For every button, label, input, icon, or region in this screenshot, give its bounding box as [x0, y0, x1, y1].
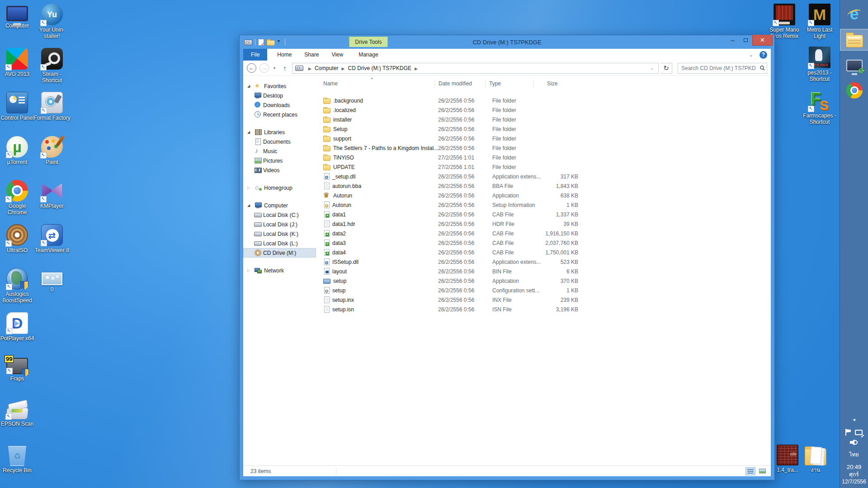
file-row-setup-inx[interactable]: setup.inx26/2/2556 0:56INX File239 KB [316, 295, 771, 305]
maximize-button[interactable] [739, 35, 752, 46]
file-row-tinyiso[interactable]: TiNYiSO27/2/2556 1:01File folder [316, 153, 771, 162]
sidebar-item-downloads[interactable]: Downloads [243, 100, 316, 110]
sidebar-item-documents[interactable]: Documents [243, 137, 316, 146]
file-row-data1-hdr[interactable]: data1.hdr26/2/2556 0:56HDR File39 KB [316, 219, 771, 229]
file-row-data1[interactable]: data126/2/2556 0:56CAB File1,337 KB [316, 210, 771, 219]
sidebar-item-local-disk-k[interactable]: Local Disk (K:) [243, 229, 316, 239]
tab-manage[interactable]: Manage [352, 49, 384, 61]
file-row-localized[interactable]: .localized26/2/2556 0:56File folder [316, 105, 771, 115]
file-row-data2[interactable]: data226/2/2556 0:56CAB File1,916,150 KB [316, 229, 771, 238]
desktop-icon-avg-2013[interactable]: AVG 2013 [0, 48, 36, 77]
up-button[interactable]: ↑ [279, 63, 290, 74]
help-button[interactable]: ? [760, 51, 767, 59]
desktop-icon-paint[interactable]: Paint [33, 136, 71, 165]
desktop-icon-pes2013-shortcut[interactable]: pes2013 - Shortcut [801, 47, 839, 82]
close-button[interactable]: ✕ [752, 35, 773, 46]
desktop-icon-farmscapes-shortcut[interactable]: Farmscapes - Shortcut [801, 89, 839, 125]
file-row-data3[interactable]: data326/2/2556 0:56CAB File2,037,760 KB [316, 238, 771, 248]
file-row-layout[interactable]: layout26/2/2556 0:56BIN File6 KB [316, 267, 771, 276]
tray-clock[interactable]: 20:49 ศุกร์ 12/7/2556 [842, 463, 866, 485]
file-row-update[interactable]: UPDATE27/2/2556 1:01File folder [316, 162, 771, 172]
file-row-autorun[interactable]: Autorun26/2/2556 0:56Application638 KB [316, 191, 771, 200]
desktop-icon-control-panel[interactable]: Control Panel [0, 92, 36, 121]
desktop-icon-steam-shortcut[interactable]: Steam - Shortcut [33, 48, 71, 84]
file-row-installer[interactable]: installer26/2/2556 0:56File folder [316, 115, 771, 124]
thumbnails-view-button[interactable] [757, 467, 767, 475]
tab-view[interactable]: View [325, 49, 349, 61]
desktop-icon-0[interactable]: 0 [33, 268, 71, 293]
desktop-icon-epson-scan[interactable]: EPSON Scan [0, 400, 36, 427]
sidebar-item-local-disk-j[interactable]: Local Disk (J:) [243, 220, 316, 229]
expander-collapsed-icon[interactable]: ▷ [247, 186, 250, 190]
qat-customize-dropdown-icon[interactable] [278, 38, 282, 46]
desktop-icon-format-factory[interactable]: Format Factory [33, 92, 71, 121]
file-row-data4[interactable]: data426/2/2556 0:56CAB File1,750,001 KB [316, 248, 771, 257]
sidebar-item-computer[interactable]: ◢Computer [243, 201, 316, 210]
taskbar-button-file-explorer[interactable] [840, 29, 868, 51]
sidebar-item-music[interactable]: Music [243, 146, 316, 156]
expander-expanded-icon[interactable]: ◢ [247, 203, 250, 207]
address-dropdown-icon[interactable]: ⌄ [647, 66, 656, 70]
desktop-icon-teamviewer-8[interactable]: TeamViewer 8 [33, 224, 71, 253]
tab-share[interactable]: Share [298, 49, 325, 61]
file-row-setup[interactable]: setup26/2/2556 0:56Configuration sett...… [316, 286, 771, 295]
file-row-issetup-dll[interactable]: ISSetup.dll26/2/2556 0:56Application ext… [316, 257, 771, 267]
sidebar-item-videos[interactable]: Videos [243, 165, 316, 175]
details-view-button[interactable] [745, 467, 755, 475]
file-row-setup-isn[interactable]: setup.isn26/2/2556 0:56ISN File3,196 KB [316, 305, 771, 314]
address-bar[interactable]: ▶Computer▶CD Drive (M:) TS7PKDGE▶ ⌄ [292, 63, 659, 74]
sidebar-item-network[interactable]: ▷Network [243, 266, 316, 275]
column-header-type[interactable]: Type [485, 79, 537, 88]
column-header-size[interactable]: Size [533, 79, 576, 88]
sidebar-item-libraries[interactable]: ◢Libraries [243, 127, 316, 137]
desktop-icon-potplayer-x64[interactable]: PotPlayer x64 [0, 312, 36, 342]
desktop-icon-recycle-bin[interactable]: Recycle Bin [0, 444, 36, 474]
display-network-icon[interactable] [855, 430, 863, 435]
refresh-button[interactable]: ↻ [660, 63, 672, 74]
desktop-icon-ultraiso[interactable]: UltraISO [0, 224, 36, 253]
sidebar-item-pictures[interactable]: Pictures [243, 156, 316, 165]
sidebar-item-homegroup[interactable]: ▷Homegroup [243, 183, 316, 192]
qat-properties-button[interactable] [258, 39, 264, 46]
desktop-icon-fraps[interactable]: Fraps [0, 356, 36, 382]
sidebar-item-cd-drive-m[interactable]: CD Drive (M:) [243, 248, 316, 258]
desktop-icon-google-chrome[interactable]: Google Chrome [0, 180, 36, 216]
file-row-support[interactable]: support26/2/2556 0:56File folder [316, 134, 771, 143]
ribbon-expand-chevron-icon[interactable]: ⌄ [749, 52, 753, 58]
tab-home[interactable]: Home [271, 49, 298, 61]
breadcrumb-item-cd-drive-m-ts7pkdge[interactable]: CD Drive (M:) TS7PKDGE [348, 65, 411, 71]
file-row-autorun[interactable]: Autorun26/2/2556 0:56Setup Information1 … [316, 200, 771, 210]
search-input[interactable] [678, 63, 767, 73]
sidebar-item-recent-places[interactable]: Recent places [243, 110, 316, 119]
show-hidden-icons-button[interactable]: ◂ [853, 417, 855, 422]
qat-new-folder-button[interactable] [267, 40, 275, 46]
desktop-icon-computer[interactable]: Computer [0, 4, 36, 29]
taskbar-button-google-chrome[interactable] [840, 80, 868, 101]
file-row-setup-dll[interactable]: _setup.dll26/2/2556 0:56Application exte… [316, 172, 771, 181]
file-row-setup[interactable]: Setup26/2/2556 0:56File folder [316, 124, 771, 134]
tab-file[interactable]: File [243, 49, 267, 61]
desktop-icon-metro-last-light[interactable]: Metro Last Light [801, 4, 839, 39]
breadcrumb-item-computer[interactable]: Computer [315, 65, 339, 71]
volume-icon[interactable] [850, 439, 858, 446]
recent-locations-dropdown[interactable]: ▾ [271, 63, 278, 74]
minimize-button[interactable]: ─ [726, 35, 739, 46]
search-icon[interactable] [760, 66, 764, 70]
expander-expanded-icon[interactable]: ◢ [247, 84, 250, 88]
expander-collapsed-icon[interactable]: ▷ [247, 268, 250, 272]
desktop-icon-auslogics-boostspeed[interactable]: Auslogics BoostSpeed [0, 268, 36, 304]
forward-button[interactable]: → [259, 63, 269, 74]
desktop-icon-kmplayer[interactable]: KMPlayer [33, 180, 71, 209]
taskbar-button-remote-desktop[interactable] [840, 54, 868, 76]
file-row-setup[interactable]: setup26/2/2556 0:56Application370 KB [316, 276, 771, 286]
language-indicator[interactable]: ไทย [849, 450, 859, 459]
sidebar-item-desktop[interactable]: Desktop [243, 91, 316, 100]
file-row-the-settlers-7-paths-to-a-kingdom-instal[interactable]: The Settlers 7 - Paths to a Kingdom Inst… [316, 143, 771, 153]
desktop-icon-งาน[interactable]: งาน [797, 445, 835, 473]
action-center-flag-icon[interactable] [845, 429, 851, 436]
sidebar-item-favorites[interactable]: ◢Favorites [243, 81, 316, 91]
file-row-autorun-bba[interactable]: autorun.bba26/2/2556 0:56BBA File1,843 K… [316, 181, 771, 191]
column-header-name[interactable]: Name [323, 79, 438, 88]
taskbar-button-internet-explorer[interactable] [840, 4, 868, 25]
desktop-icon-your-unin-staller[interactable]: Your Unin-staller! [33, 4, 71, 39]
